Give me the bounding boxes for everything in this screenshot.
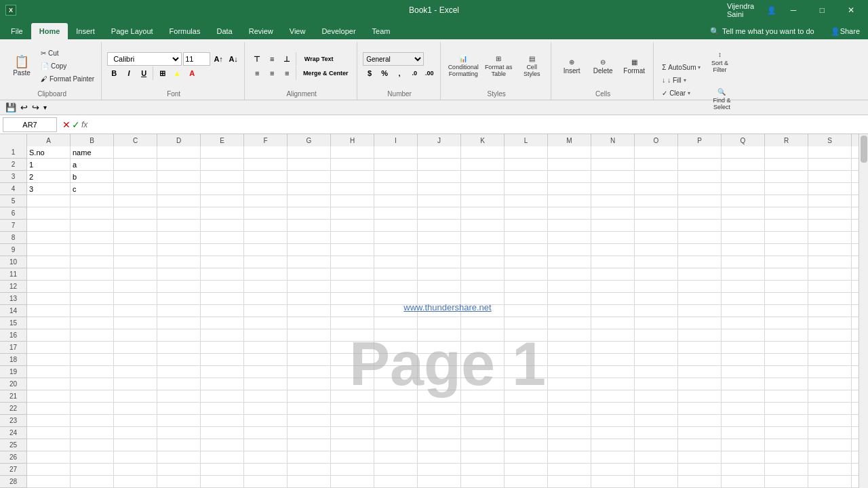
cell-G5[interactable] — [288, 195, 331, 207]
close-button[interactable]: ✕ — [840, 0, 863, 20]
cell-P13[interactable] — [678, 293, 722, 305]
cell-K7[interactable] — [461, 220, 505, 232]
cell-H24[interactable] — [331, 427, 374, 439]
cell-K14[interactable] — [461, 305, 505, 317]
cell-Q9[interactable] — [722, 244, 765, 256]
cell-L24[interactable] — [505, 427, 548, 439]
cell-F2[interactable] — [244, 159, 288, 171]
cell-O18[interactable] — [635, 354, 678, 366]
col-header-G[interactable]: G — [288, 134, 331, 146]
cell-H21[interactable] — [331, 390, 374, 403]
tab-team[interactable]: Team — [364, 23, 399, 39]
tab-developer[interactable]: Developer — [313, 23, 363, 39]
cell-I21[interactable] — [374, 390, 418, 403]
cell-A5[interactable] — [27, 195, 71, 207]
cell-G20[interactable] — [288, 378, 331, 390]
format-as-table-button[interactable]: ⊞ Format asTable — [481, 48, 515, 85]
cell-M20[interactable] — [548, 378, 591, 390]
cell-F27[interactable] — [244, 464, 288, 476]
cell-M17[interactable] — [548, 342, 591, 354]
cell-I19[interactable] — [374, 366, 418, 378]
cell-F13[interactable] — [244, 293, 288, 305]
row-header-28[interactable]: 28 — [0, 476, 26, 488]
cell-F18[interactable] — [244, 354, 288, 366]
cell-G15[interactable] — [288, 317, 331, 329]
cell-M26[interactable] — [548, 451, 591, 464]
cell-I6[interactable] — [374, 207, 418, 220]
cell-P23[interactable] — [678, 415, 722, 427]
cell-E9[interactable] — [201, 244, 244, 256]
cell-P16[interactable] — [678, 329, 722, 342]
row-header-20[interactable]: 20 — [0, 378, 26, 390]
maximize-button[interactable]: □ — [810, 0, 833, 20]
cell-Q2[interactable] — [722, 159, 765, 171]
cell-O28[interactable] — [635, 476, 678, 488]
row-header-19[interactable]: 19 — [0, 366, 26, 378]
cell-D26[interactable] — [157, 451, 201, 464]
cell-P14[interactable] — [678, 305, 722, 317]
cell-D7[interactable] — [157, 220, 201, 232]
cell-J18[interactable] — [418, 354, 461, 366]
cell-K5[interactable] — [461, 195, 505, 207]
cell-K8[interactable] — [461, 232, 505, 244]
col-header-S[interactable]: S — [808, 134, 852, 146]
cell-S7[interactable] — [808, 220, 852, 232]
autosum-button[interactable]: Σ AutoSum ▾ — [659, 62, 703, 74]
cell-N18[interactable] — [591, 354, 635, 366]
cell-G19[interactable] — [288, 366, 331, 378]
cell-L20[interactable] — [505, 378, 548, 390]
cell-Q5[interactable] — [722, 195, 765, 207]
cell-R4[interactable] — [765, 183, 808, 195]
cell-D2[interactable] — [157, 159, 201, 171]
cell-M21[interactable] — [548, 390, 591, 403]
cell-S4[interactable] — [808, 183, 852, 195]
cell-L3[interactable] — [505, 171, 548, 183]
cell-K6[interactable] — [461, 207, 505, 220]
cell-G16[interactable] — [288, 329, 331, 342]
cell-J3[interactable] — [418, 171, 461, 183]
cell-I15[interactable] — [374, 317, 418, 329]
cell-B5[interactable] — [71, 195, 114, 207]
cell-Q22[interactable] — [722, 403, 765, 415]
cell-S5[interactable] — [808, 195, 852, 207]
cell-H8[interactable] — [331, 232, 374, 244]
cell-K26[interactable] — [461, 451, 505, 464]
cell-Q13[interactable] — [722, 293, 765, 305]
cell-H9[interactable] — [331, 244, 374, 256]
cell-D8[interactable] — [157, 232, 201, 244]
cell-B17[interactable] — [71, 342, 114, 354]
cell-G24[interactable] — [288, 427, 331, 439]
cell-B19[interactable] — [71, 366, 114, 378]
cell-D12[interactable] — [157, 281, 201, 293]
cell-R6[interactable] — [765, 207, 808, 220]
cell-C3[interactable] — [114, 171, 157, 183]
cell-E16[interactable] — [201, 329, 244, 342]
align-center-button[interactable]: ≡ — [265, 66, 279, 80]
col-header-Q[interactable]: Q — [722, 134, 765, 146]
cell-J2[interactable] — [418, 159, 461, 171]
cell-C7[interactable] — [114, 220, 157, 232]
cell-K1[interactable] — [461, 146, 505, 159]
cell-J16[interactable] — [418, 329, 461, 342]
cell-P24[interactable] — [678, 427, 722, 439]
cell-H28[interactable] — [331, 476, 374, 488]
cell-R22[interactable] — [765, 403, 808, 415]
cell-M22[interactable] — [548, 403, 591, 415]
cell-L16[interactable] — [505, 329, 548, 342]
cell-K3[interactable] — [461, 171, 505, 183]
cell-B2[interactable]: a — [71, 159, 114, 171]
cell-N1[interactable] — [591, 146, 635, 159]
cell-A16[interactable] — [27, 329, 71, 342]
cell-R10[interactable] — [765, 256, 808, 268]
cell-D21[interactable] — [157, 390, 201, 403]
insert-button[interactable]: ⊕ Insert — [557, 48, 587, 85]
cell-G10[interactable] — [288, 256, 331, 268]
cell-Q21[interactable] — [722, 390, 765, 403]
row-header-10[interactable]: 10 — [0, 256, 26, 268]
cell-R8[interactable] — [765, 232, 808, 244]
cell-Q15[interactable] — [722, 317, 765, 329]
cell-M28[interactable] — [548, 476, 591, 488]
cell-I10[interactable] — [374, 256, 418, 268]
cell-N6[interactable] — [591, 207, 635, 220]
cell-R18[interactable] — [765, 354, 808, 366]
